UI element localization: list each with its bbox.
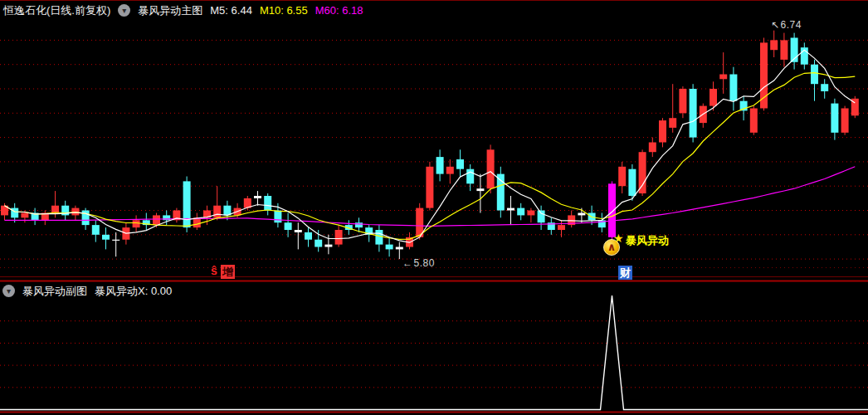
event-badge-zeng[interactable]: 增 [221,265,235,279]
ma5-label: M5: 6.44 [210,4,252,17]
trading-app-window: 恒逸石化(日线.前复权) 暴风异动主图 M5: 6.44 M10: 6.55 M… [0,0,868,415]
high-price-label: ↖6.74 [771,19,802,31]
main-gridlines [0,40,868,267]
candles [1,31,859,259]
ma60-label: M60: 6.18 [315,4,363,17]
ma10-line [5,73,856,240]
main-indicator-name[interactable]: 暴风异动主图 [138,4,202,17]
sub-indicator-name[interactable]: 暴风异动副图 [22,285,87,297]
sub-gridlines [0,321,868,388]
low-price-value: 5.80 [414,257,435,269]
indicator-spike-line [0,295,868,410]
chevron-down-icon[interactable] [118,4,130,17]
sub-indicator-chart[interactable] [0,282,868,415]
sub-indicator-value: 暴风异动X: 0.00 [95,285,172,297]
main-candlestick-chart[interactable] [0,0,868,282]
event-arrow-symbol: ŝ [211,264,217,277]
high-arrow-icon: ↖ [771,19,780,31]
signal-star-icon: ★ [613,232,624,245]
low-price-label: ←5.80 [402,257,435,269]
news-badge-cai[interactable]: 财 [618,266,632,280]
signal-label: 暴风异动 [626,233,669,248]
sub-chart-header: 暴风异动副图 暴风异动X: 0.00 [2,285,172,297]
high-price-value: 6.74 [781,19,802,31]
low-arrow-icon: ← [402,257,413,269]
ma10-label: M10: 6.55 [260,4,308,17]
main-chart-header: 恒逸石化(日线.前复权) 暴风异动主图 M5: 6.44 M10: 6.55 M… [3,4,363,17]
sub-chevron-down-icon[interactable] [2,285,15,297]
ma5-line [5,50,856,242]
stock-title: 恒逸石化(日线.前复权) [3,4,110,17]
